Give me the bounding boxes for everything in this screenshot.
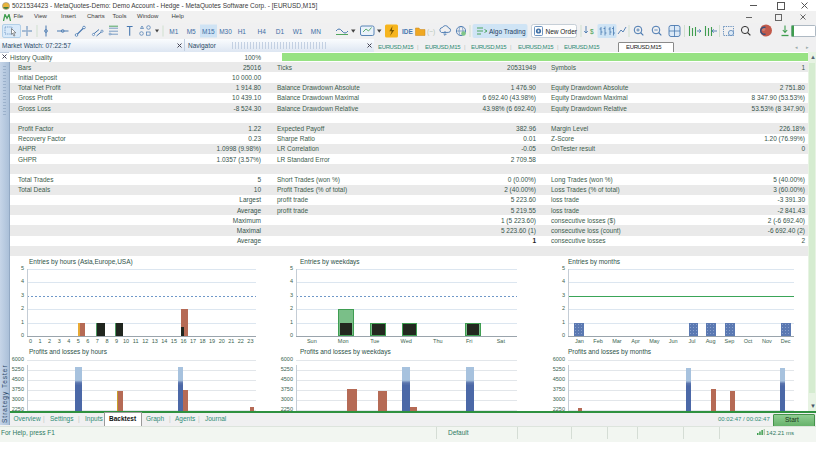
svg-text:M5: M5: [187, 28, 196, 35]
svg-text:(~): (~): [427, 28, 435, 36]
svg-text:M30: M30: [219, 28, 232, 35]
svg-text:H4: H4: [257, 28, 266, 35]
svg-text:IDE: IDE: [402, 28, 414, 35]
svg-text:New Order: New Order: [546, 28, 578, 35]
svg-text:M1: M1: [169, 28, 178, 35]
svg-text:H1: H1: [238, 28, 247, 35]
svg-text:Algo Trading: Algo Trading: [489, 28, 526, 36]
svg-text:MN: MN: [311, 28, 321, 35]
svg-text:D1: D1: [276, 28, 285, 35]
svg-text:$: $: [590, 28, 594, 35]
svg-text:M15: M15: [202, 28, 215, 35]
svg-text:W1: W1: [293, 28, 303, 35]
